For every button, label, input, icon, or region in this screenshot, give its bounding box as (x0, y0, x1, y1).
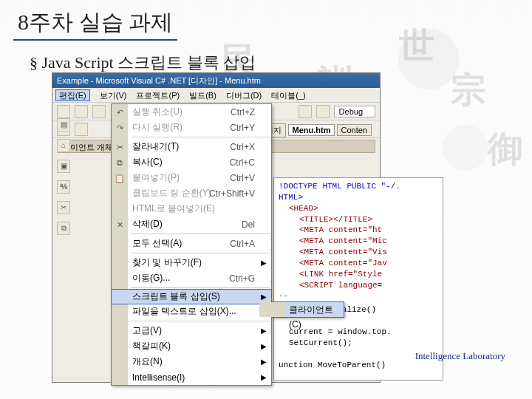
code-line: <HEAD> (289, 204, 318, 213)
code-line: <META content="Jav (299, 259, 387, 267)
toolbox-icon[interactable]: ▣ (57, 160, 70, 173)
menu-item-copy[interactable]: ⧉복사(C)Ctrl+C (112, 154, 271, 170)
menu-table[interactable]: 테이블(_) (271, 91, 305, 100)
chevron-right-icon: ▶ (261, 342, 267, 350)
toolbar-button[interactable] (92, 105, 106, 118)
chevron-right-icon: ▶ (261, 358, 267, 366)
code-line: <META content="Mic (299, 236, 387, 245)
menu-item-bookmark[interactable]: 책갈피(K)▶ (112, 338, 271, 354)
copy-icon: ⧉ (114, 157, 126, 168)
footer-label: Intelligence Laboratory (415, 350, 505, 362)
redo-icon: ↷ (114, 122, 126, 134)
toolbox-icon[interactable]: ℁ (57, 180, 70, 194)
code-line: <SCRIPT language= (299, 281, 382, 290)
menu-project[interactable]: 프로젝트(P) (136, 91, 180, 100)
toolbox-icon[interactable]: ⌂ (57, 139, 70, 152)
menu-view[interactable]: 보기(V) (100, 91, 127, 100)
toolbox-icon[interactable]: ✂ (57, 201, 70, 214)
code-line: <META content="Vis (299, 248, 387, 256)
menubar[interactable]: 편집(E) 보기(V) 프로젝트(P) 빌드(B) 디버그(D) 테이블(_) (52, 88, 380, 103)
toolbox-icon[interactable]: ▤ (57, 118, 70, 132)
menu-item-intellisense[interactable]: Intellisense(I)▶ (112, 369, 271, 385)
menu-item-cycle-clipboard[interactable]: 클립보드 링 순환(Y)Ctr+Shift+V (112, 185, 271, 201)
code-line: <META content="ht (299, 225, 382, 234)
menu-item-undo[interactable]: ↶실행 취소(U)Ctrl+Z (112, 104, 271, 120)
build-mode[interactable]: Debug (334, 106, 375, 117)
chevron-right-icon: ▶ (261, 293, 267, 301)
window-titlebar: Example - Microsoft Visual C# .NET [디자인]… (52, 73, 380, 88)
tab-menu-htm[interactable]: Menu.htm (288, 124, 335, 136)
code-line: !DOCTYPE HTML PUBLIC "-/. (279, 182, 400, 191)
menu-item-advanced[interactable]: 고급(V)▶ (112, 323, 271, 338)
chevron-right-icon: ▶ (261, 327, 267, 335)
code-line: -- (279, 290, 438, 301)
menu-build[interactable]: 빌드(B) (189, 91, 216, 100)
menu-item-outline[interactable]: 개요(N)▶ (112, 354, 271, 369)
code-line: current = window.top. (279, 327, 438, 338)
menu-item-find-replace[interactable]: 찾기 및 바꾸기(F)▶ (112, 255, 271, 270)
menu-item-select-all[interactable]: 모두 선택(A)Ctrl+A (112, 236, 271, 251)
slide-title: 8주차 실습 과제 (13, 7, 177, 41)
delete-icon: ✕ (114, 219, 126, 231)
menu-debug[interactable]: 디버그(D) (226, 91, 262, 100)
toolbox-gutter: ▤ ⌂ ▣ ℁ ✂ ⧉ (52, 118, 75, 235)
menu-item-paste[interactable]: 📋붙여넣기(P)Ctrl+V (112, 170, 271, 185)
tab-content[interactable]: Conten (337, 124, 372, 136)
chevron-right-icon: ▶ (261, 373, 267, 381)
code-line: unction MoveToParent() (279, 360, 438, 371)
code-line: HTML> (279, 193, 303, 202)
menu-item-insert-script-block[interactable]: 스크립트 블록 삽입(S)▶ (111, 289, 272, 304)
menu-item-delete[interactable]: ✕삭제(D)Del (112, 216, 271, 232)
toolbar-button[interactable] (75, 123, 88, 136)
toolbar-button[interactable] (299, 105, 312, 118)
menu-item-paste-html[interactable]: HTML로 붙여넣기(E) (112, 201, 271, 216)
script-block-submenu[interactable]: 클라이언트(C) (272, 301, 344, 318)
paste-icon: 📋 (114, 172, 126, 184)
undo-icon: ↶ (114, 106, 126, 118)
menu-item-goto[interactable]: 이동(G)...Ctrl+G (112, 270, 271, 286)
toolbar-button[interactable] (57, 105, 70, 118)
chevron-right-icon: ▶ (261, 259, 267, 267)
toolbar-button[interactable] (316, 105, 330, 118)
edit-menu-dropdown[interactable]: ↶실행 취소(U)Ctrl+Z ↷다시 실행(R)Ctrl+Y ✂잘라내기(T)… (111, 103, 272, 386)
menu-item-cut[interactable]: ✂잘라내기(T)Ctrl+X (112, 139, 271, 154)
toolbox-icon[interactable]: ⧉ (57, 222, 70, 235)
menu-edit[interactable]: 편집(E) (55, 89, 90, 101)
toolbar-button[interactable] (75, 105, 88, 118)
menu-item-redo[interactable]: ↷다시 실행(R)Ctrl+Y (112, 120, 271, 135)
slide-subtitle: Java Script 스크립트 블록 삽입 (30, 52, 256, 74)
code-line: SetCurrent(); (279, 338, 438, 349)
code-line: <TITLE></TITLE> (299, 215, 372, 224)
cut-icon: ✂ (114, 141, 126, 153)
menu-item-insert-file-as-text[interactable]: 파일을 텍스트로 삽입(X)... (112, 304, 271, 319)
code-line: <LINK href="Style (299, 270, 382, 279)
